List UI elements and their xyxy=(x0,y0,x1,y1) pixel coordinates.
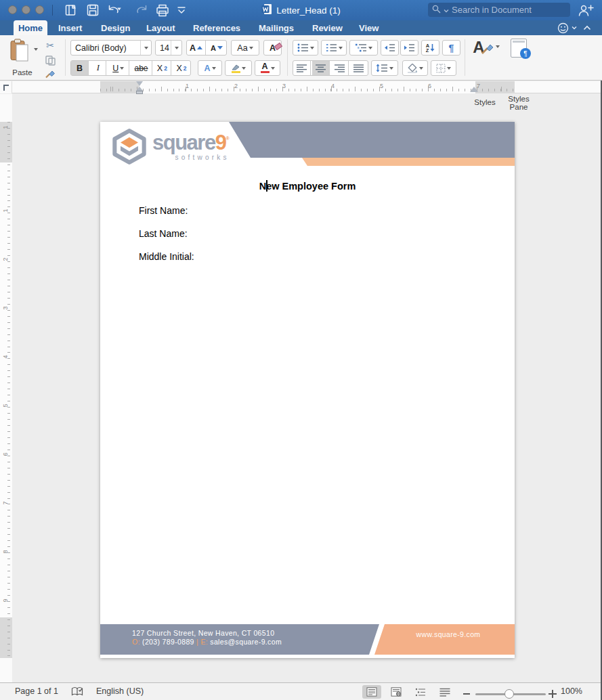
tab-references[interactable]: References xyxy=(193,20,240,35)
field-last-name[interactable]: Last Name: xyxy=(139,228,188,239)
subscript-button[interactable]: X2 xyxy=(154,61,171,75)
font-style-group: B I U abe X2 X2 xyxy=(70,60,191,76)
italic-button[interactable]: I xyxy=(90,61,106,75)
subscript-digit: 2 xyxy=(164,65,167,72)
zoom-slider-thumb[interactable] xyxy=(504,689,514,699)
draft-view-button[interactable] xyxy=(435,685,454,699)
ribbon-home: Paste ✂ Calibri (Body) 14 A A Aa xyxy=(0,35,602,81)
ruler-number: 7 xyxy=(2,498,9,508)
styles-button[interactable]: A xyxy=(471,39,501,56)
right-indent-marker[interactable] xyxy=(470,87,478,92)
alignment-group xyxy=(293,60,368,76)
spellcheck-icon[interactable] xyxy=(70,686,85,698)
line-spacing-button[interactable] xyxy=(371,60,398,76)
styles-pane-label: StylesPane xyxy=(500,95,538,111)
cut-icon[interactable]: ✂ xyxy=(43,39,58,51)
multilevel-list-button[interactable] xyxy=(349,40,378,56)
ruler-number: 9 xyxy=(2,596,9,605)
font-name-value: Calibri (Body) xyxy=(71,43,139,53)
tab-layout[interactable]: Layout xyxy=(146,20,175,35)
first-line-indent-marker[interactable] xyxy=(136,81,143,86)
ruler-bottom-margin xyxy=(0,617,12,658)
field-middle-initial[interactable]: Middle Initial: xyxy=(139,251,194,262)
grow-font-button[interactable]: A xyxy=(187,41,206,55)
change-case-button[interactable]: Aa xyxy=(231,40,259,56)
numbering-icon xyxy=(326,43,337,52)
field-first-name[interactable]: First Name: xyxy=(139,205,188,216)
paste-options-chevron-icon[interactable] xyxy=(34,48,38,51)
tab-home[interactable]: Home xyxy=(14,20,47,35)
zoom-out-button[interactable] xyxy=(463,693,470,695)
search-scope-chevron-icon[interactable] xyxy=(444,5,449,15)
align-right-button[interactable] xyxy=(331,61,349,75)
superscript-button[interactable]: X2 xyxy=(173,61,190,75)
left-indent-marker[interactable] xyxy=(136,91,143,94)
clear-formatting-button[interactable]: A xyxy=(263,40,282,56)
zoom-in-button[interactable] xyxy=(549,690,557,698)
styles-chevron-icon xyxy=(496,45,500,48)
share-add-person-icon[interactable] xyxy=(576,3,595,17)
highlight-chevron-icon xyxy=(242,67,246,70)
shrink-font-button[interactable]: A xyxy=(207,41,226,55)
multilevel-list-icon xyxy=(355,43,367,52)
font-size-chevron-icon[interactable] xyxy=(171,41,181,55)
shading-button[interactable] xyxy=(402,60,428,76)
search-input[interactable]: Search in Document xyxy=(428,3,570,17)
font-size-select[interactable]: 14 xyxy=(155,40,182,56)
highlight-button[interactable] xyxy=(225,60,252,76)
borders-button[interactable] xyxy=(431,60,456,76)
clipboard-paste-icon xyxy=(10,39,29,64)
underline-chevron-icon[interactable] xyxy=(120,67,124,70)
tab-insert[interactable]: Insert xyxy=(58,20,82,35)
zoom-level[interactable]: 100% xyxy=(561,686,582,696)
group-divider xyxy=(465,39,465,76)
decrease-indent-button[interactable] xyxy=(381,40,399,56)
web-layout-view-button[interactable] xyxy=(387,685,406,699)
justify-button[interactable] xyxy=(350,61,368,75)
copy-icon[interactable] xyxy=(43,54,58,66)
text-effects-label: A xyxy=(204,64,210,73)
align-center-button[interactable] xyxy=(312,61,330,75)
align-left-button[interactable] xyxy=(293,61,311,75)
numbering-button[interactable] xyxy=(321,40,347,56)
underline-button[interactable]: U xyxy=(108,61,129,75)
page-indicator[interactable]: Page 1 of 1 xyxy=(15,686,58,696)
styles-pane-icon: ¶ xyxy=(511,39,527,58)
bullets-icon xyxy=(297,43,309,52)
increase-indent-button[interactable] xyxy=(400,40,418,56)
tab-selector-button[interactable] xyxy=(0,81,12,93)
feedback-chevron-icon[interactable] xyxy=(571,20,578,35)
styles-pane-button[interactable]: ¶ xyxy=(504,39,534,58)
tab-review[interactable]: Review xyxy=(312,20,343,35)
text-effects-button[interactable]: A xyxy=(198,60,222,76)
vertical-ruler[interactable]: 1 1 2 3 4 5 6 7 8 9 xyxy=(0,94,12,682)
document-page[interactable]: square9® softworks New Employee Form Fir… xyxy=(100,122,515,658)
footer-contact: O: (203) 789-0889 | E: sales@square-9.co… xyxy=(132,638,282,646)
document-heading[interactable]: New Employee Form xyxy=(100,181,515,192)
show-paragraph-marks-button[interactable]: ¶ xyxy=(442,40,460,56)
tab-view[interactable]: View xyxy=(359,20,379,35)
bold-button[interactable]: B xyxy=(71,61,89,75)
outline-view-button[interactable] xyxy=(411,685,430,699)
paste-button[interactable]: Paste xyxy=(5,39,39,76)
shrink-font-label: A xyxy=(211,44,216,52)
sort-z-label: Z xyxy=(426,48,429,53)
strikethrough-button[interactable]: abe xyxy=(131,61,152,75)
font-color-button[interactable]: A xyxy=(255,60,280,76)
collapse-ribbon-icon[interactable] xyxy=(580,20,595,35)
ruler-number: 3 xyxy=(282,83,286,89)
language-indicator[interactable]: English (US) xyxy=(96,686,144,696)
font-name-select[interactable]: Calibri (Body) xyxy=(70,40,152,56)
feedback-smiley-icon[interactable] xyxy=(555,20,570,35)
shrink-arrow-icon xyxy=(217,46,223,49)
tab-mailings[interactable]: Mailings xyxy=(259,20,294,35)
font-name-chevron-icon[interactable] xyxy=(140,41,151,55)
horizontal-ruler[interactable]: 1 2 3 4 5 6 7 xyxy=(0,81,602,93)
print-layout-view-button[interactable] xyxy=(362,685,381,699)
format-painter-icon[interactable] xyxy=(43,67,58,79)
bullets-button[interactable] xyxy=(293,40,318,56)
ruler-number: 4 xyxy=(2,352,9,362)
titlebar: Letter_Head (1) Search in Document xyxy=(0,0,602,20)
tab-design[interactable]: Design xyxy=(101,20,130,35)
sort-button[interactable]: A Z xyxy=(421,40,439,56)
